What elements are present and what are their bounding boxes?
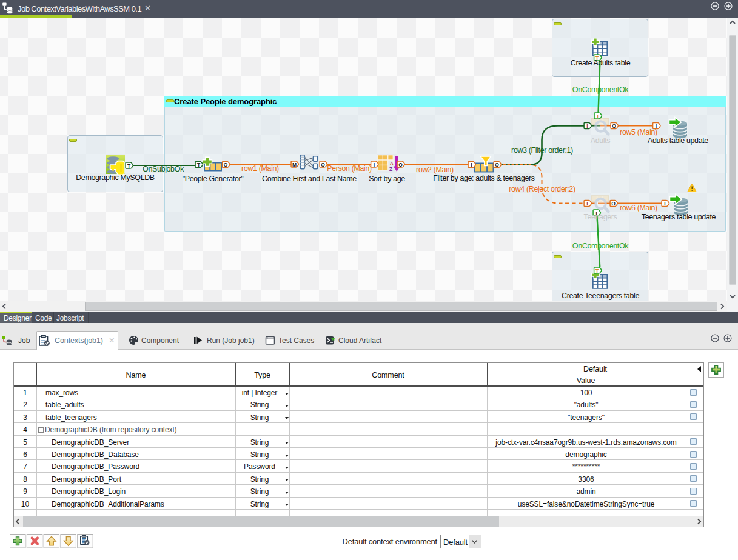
svg-text:T: T — [197, 162, 201, 168]
svg-text:Z: Z — [389, 166, 392, 172]
svg-text:I: I — [471, 162, 472, 168]
svg-text:I: I — [374, 162, 375, 168]
svg-text:O: O — [495, 162, 499, 168]
svg-text:O: O — [611, 201, 616, 207]
svg-text:T: T — [596, 113, 600, 119]
svg-text:I: I — [586, 123, 588, 129]
svg-text:O: O — [321, 162, 325, 168]
svg-text:T: T — [127, 163, 131, 169]
svg-text:I: I — [664, 201, 665, 207]
svg-text:O: O — [612, 123, 616, 129]
svg-text:T: T — [595, 268, 599, 274]
svg-text:I: I — [586, 201, 588, 207]
svg-text:M: M — [292, 162, 297, 168]
svg-text:O: O — [224, 162, 228, 168]
svg-text:O: O — [398, 162, 403, 168]
